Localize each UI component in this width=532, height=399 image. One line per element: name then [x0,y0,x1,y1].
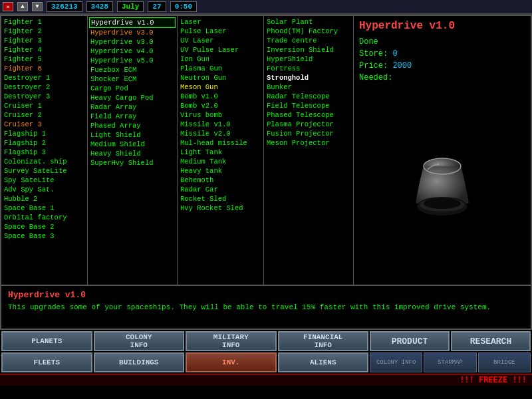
weapon-item[interactable]: Missile v2.0 [179,129,262,138]
structure-item[interactable]: Plasma Projector [265,120,352,129]
financial-info-button[interactable]: FINANCIALINFO [278,331,369,351]
minimize-icon[interactable]: ▲ [17,2,28,11]
weapon-item[interactable]: Ion Gun [179,55,262,64]
ship-item[interactable]: Flagship 3 [3,148,86,157]
structure-item[interactable]: Meson Projector [265,138,352,148]
weapon-item[interactable]: UV Laser [179,36,262,45]
colony-info-bottom-button[interactable]: COLONY INFO [370,352,422,372]
equipment-item[interactable]: Cargo Pod [89,84,176,93]
bottom-buttons: PLANETS COLONYINFO MILITARYINFO FINANCIA… [0,330,532,374]
equipment-item[interactable]: Phased Array [89,121,176,130]
planets-button[interactable]: PLANETS [1,331,92,351]
weapon-item[interactable]: Plasma Gun [179,64,262,73]
weapon-item[interactable]: Neutron Gun [179,73,262,82]
weapon-item[interactable]: UV Pulse Laser [179,45,262,55]
ship-item[interactable]: Spy SateLite [3,176,86,185]
weapon-item[interactable]: Medium Tank [179,157,262,166]
weapon-item[interactable]: Hvy Rocket Sled [179,203,262,213]
weapon-item[interactable]: Behemoth [179,176,262,185]
content-row: Fighter 1Fighter 2Fighter 3Fighter 4Figh… [0,15,532,286]
ship-item[interactable]: Fighter 5 [3,55,86,64]
structure-item[interactable]: Trade centre [265,36,352,45]
equipment-item[interactable]: Heavy Cargo Pod [89,93,176,102]
close-icon[interactable]: ✕ [3,2,13,11]
structure-item[interactable]: Bunker [265,82,352,92]
starmap-button[interactable]: STARMAP [424,352,476,372]
weapon-item[interactable]: Pulse Laser [179,27,262,36]
weapon-item[interactable]: Radar Car [179,185,262,194]
structure-item[interactable]: Fusion Projector [265,129,352,138]
inv-button[interactable]: INV. [186,352,277,372]
equipment-item[interactable]: Shocker ECM [89,74,176,84]
ship-item[interactable]: Space Base 3 [3,231,86,241]
ship-item[interactable]: Cruiser 3 [3,120,86,129]
equipment-item[interactable]: Hyperdrive v1.0 [89,17,176,28]
weapon-item[interactable]: Mul-head missile [179,138,262,148]
button-row-1: PLANETS COLONYINFO MILITARYINFO FINANCIA… [1,331,531,351]
ship-item[interactable]: Colonizat. ship [3,157,86,166]
military-info-button[interactable]: MILITARYINFO [186,331,277,351]
ship-item[interactable]: Flagship 1 [3,129,86,138]
equipment-item[interactable]: Hyperdrive v3.0 [89,28,176,37]
structure-item[interactable]: Phased Telescope [265,110,352,120]
weapon-item[interactable]: Meson Gun [179,82,262,92]
ship-item[interactable]: Destroyer 1 [3,73,86,82]
structure-item[interactable]: Phood(TM) Factory [265,27,352,36]
ship-item[interactable]: Survey SateLite [3,166,86,176]
structure-item[interactable]: Solar Plant [265,17,352,27]
ship-item[interactable]: Fighter 4 [3,45,86,55]
day-display: 27 [148,1,166,12]
ship-item[interactable]: Fighter 6 [3,64,86,73]
structure-item[interactable]: Radar Telescope [265,92,352,101]
ship-item[interactable]: Adv Spy Sat. [3,185,86,194]
structure-item[interactable]: Inversion Shield [265,45,352,55]
ship-item[interactable]: Flagship 2 [3,138,86,148]
weapon-item[interactable]: Heavy tank [179,166,262,176]
description-panel: Hyperdrive v1.0 This upgrades some of yo… [0,286,532,330]
equipment-item[interactable]: Hyperdrive v4.0 [89,47,176,56]
ship-item[interactable]: Space Base 2 [3,222,86,231]
ship-item[interactable]: Cruiser 2 [3,110,86,120]
ship-list: Fighter 1Fighter 2Fighter 3Fighter 4Figh… [1,16,88,285]
ship-item[interactable]: Orbital factory [3,213,86,222]
equipment-item[interactable]: Radar Array [89,102,176,112]
maximize-icon[interactable]: ▼ [32,2,43,11]
weapon-item[interactable]: Missile v1.0 [179,120,262,129]
equipment-item[interactable]: Hyperdrive v3.0 [89,37,176,47]
aliens-button[interactable]: ALIENS [278,352,369,372]
structure-item[interactable]: HyperShield [265,55,352,64]
ship-item[interactable]: Space Base 1 [3,203,86,213]
ship-item[interactable]: Destroyer 3 [3,92,86,101]
buildings-button[interactable]: BUILDINGS [94,352,185,372]
ship-item[interactable]: Cruiser 1 [3,101,86,110]
colony-info-button[interactable]: COLONYINFO [94,331,185,351]
weapon-item[interactable]: Bomb v2.0 [179,101,262,110]
equipment-item[interactable]: Heavy Shield [89,149,176,158]
equipment-item[interactable]: Light Shield [89,130,176,140]
equipment-item[interactable]: Fuezbox ECM [89,65,176,74]
equipment-item[interactable]: Medium Shield [89,140,176,149]
ship-item[interactable]: Destroyer 2 [3,82,86,92]
fleets-button[interactable]: FLEETS [1,352,92,372]
equipment-item[interactable]: Hyperdrive v5.0 [89,56,176,65]
research-button[interactable]: RESEARCH [451,331,531,351]
ship-item[interactable]: Fighter 2 [3,27,86,36]
ship-item[interactable]: Fighter 3 [3,36,86,45]
weapon-item[interactable]: Light Tank [179,148,262,157]
status-bar: !!! FREEZE !!! [0,374,532,386]
product-button[interactable]: PRODUCT [370,331,450,351]
ship-item[interactable]: Fighter 1 [3,17,86,27]
equipment-item[interactable]: SuperHvy Shield [89,158,176,168]
structure-item[interactable]: Stronghold [265,73,352,82]
bridge-button[interactable]: BRIDGE [478,352,531,372]
structure-item[interactable]: Field Telescope [265,101,352,110]
needed-line: Needed: [359,73,525,82]
weapon-item[interactable]: Bomb v1.0 [179,92,262,101]
ship-item[interactable]: Hubble 2 [3,194,86,203]
equipment-item[interactable]: Field Array [89,112,176,121]
item-detail: Hyperdrive v1.0 Done Store: 0 Price: 200… [354,16,531,285]
weapon-item[interactable]: Virus bomb [179,110,262,120]
weapon-item[interactable]: Rocket Sled [179,194,262,203]
structure-item[interactable]: Fortress [265,64,352,73]
weapon-item[interactable]: Laser [179,17,262,27]
